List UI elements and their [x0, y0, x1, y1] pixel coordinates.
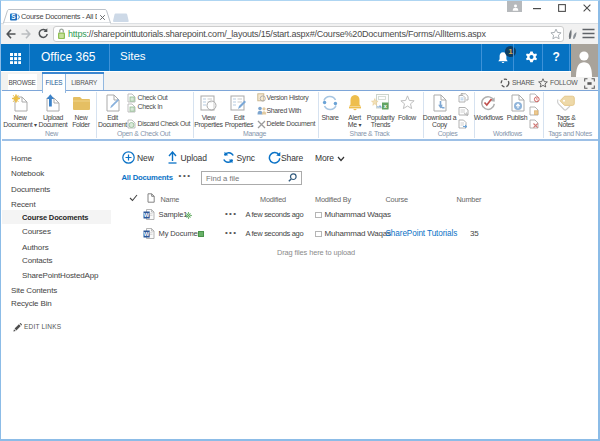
svg-text:W: W: [143, 231, 149, 237]
svg-text:W: W: [143, 212, 149, 218]
